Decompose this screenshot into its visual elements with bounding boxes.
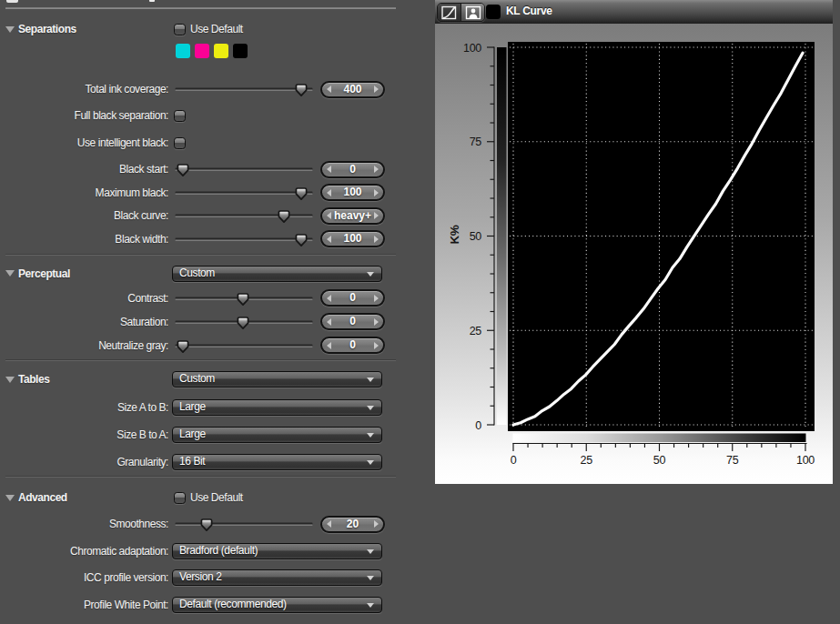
svg-text:25: 25 [470, 325, 482, 337]
svg-text:0: 0 [475, 419, 481, 432]
svg-text:75: 75 [470, 136, 482, 148]
svg-text:50: 50 [653, 454, 666, 467]
svg-text:75: 75 [726, 454, 739, 467]
svg-text:25: 25 [581, 454, 593, 467]
svg-text:0: 0 [511, 454, 517, 467]
svg-text:K%: K% [448, 225, 461, 244]
svg-text:50: 50 [470, 230, 482, 243]
svg-text:100: 100 [796, 454, 815, 467]
svg-text:100: 100 [463, 42, 481, 55]
